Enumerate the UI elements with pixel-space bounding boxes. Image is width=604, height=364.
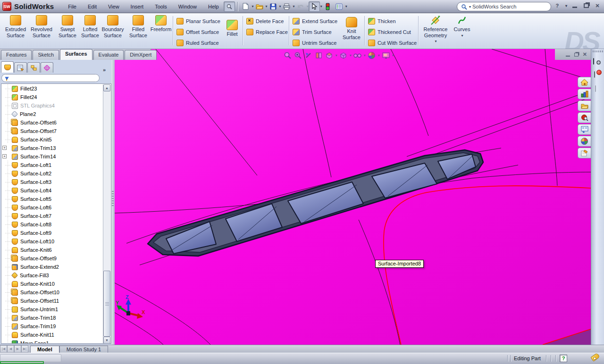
print-button[interactable] [281,1,293,12]
menu-view[interactable]: View [103,2,124,11]
delete-face-button[interactable]: Delete Face [246,17,284,25]
curves-button[interactable]: Curves▾ [451,15,473,38]
doc-minimize-button[interactable] [566,52,570,57]
thicken-button[interactable]: Thicken [368,17,396,25]
tree-item[interactable]: Surface-Knit6 [1,246,103,254]
tree-item[interactable]: Surface-Fill3 [1,271,103,280]
freeform-button[interactable]: Freeform [148,15,174,33]
help-button[interactable]: ? [554,2,561,9]
tree-item[interactable]: STL Graphics4 [1,101,103,110]
select-tool-button[interactable] [309,1,320,12]
menu-tools[interactable]: Tools [150,2,172,11]
knit-surface-button[interactable]: Knit Surface [339,17,364,40]
ruled-surface-button[interactable]: Ruled Surface [176,39,219,47]
zoom-fit-icon[interactable] [283,51,292,60]
extruded-surface-button[interactable]: Extruded Surface [3,15,28,38]
menu-help[interactable]: Help [203,2,224,11]
appearance-dropdown[interactable]: ▾ [378,53,380,58]
hide-show-dropdown[interactable]: ▾ [364,53,366,58]
screen-capture-icon[interactable] [593,58,594,65]
hide-show-items-icon[interactable] [353,51,362,60]
tree-item[interactable]: Surface-Offset11 [1,297,103,305]
scroll-thumb[interactable] [103,271,110,337]
curves-dropdown[interactable]: ▾ [461,33,463,38]
display-style-dropdown[interactable]: ▾ [350,53,352,58]
tree-item[interactable]: Surface-Loft1 [1,161,103,169]
revolved-surface-button[interactable]: Revolved Surface [29,15,54,38]
open-dropdown[interactable]: ▾ [266,4,268,8]
last-tab-button[interactable]: ▶| [21,345,28,353]
edit-appearance-icon[interactable] [367,51,376,60]
first-tab-button[interactable]: |◀ [0,345,7,353]
panel-splitter[interactable] [111,60,115,345]
file-explorer-tab[interactable] [578,100,591,111]
graphics-viewport[interactable]: Z Y X [115,49,591,345]
tree-item[interactable]: Surface-Trim19 [1,322,103,331]
tree-item[interactable]: Surface-Knit5 [1,135,103,144]
appearances-scenes-tab[interactable] [578,136,591,147]
thickened-cut-button[interactable]: Thickened Cut [368,28,411,36]
tree-item[interactable]: Surface-Offset6 [1,118,103,127]
menu-search-icon[interactable] [224,1,235,12]
tree-item[interactable]: Move Face1 [1,339,103,344]
reference-geometry-button[interactable]: * Reference Geometry▾ [421,15,450,43]
options-button[interactable] [334,1,345,12]
scene-dropdown[interactable]: ▾ [392,53,394,58]
dimxpert-manager-tab[interactable] [41,62,53,73]
offset-surface-button[interactable]: Offset Surface [176,28,219,36]
view-orientation-dropdown[interactable]: ▾ [336,53,337,58]
tree-item[interactable]: Surface-Loft5 [1,195,103,203]
cut-with-surface-button[interactable]: Cut With Surface [368,39,417,47]
undo-button[interactable] [295,1,306,12]
fillet-button[interactable]: Fillet [222,20,243,37]
tree-item[interactable]: Surface-Loft8 [1,220,103,229]
expand-toggle[interactable]: + [2,146,7,150]
untrim-surface-button[interactable]: Untrim Surface [293,39,336,47]
tree-item[interactable]: +Surface-Trim13 [1,144,103,152]
tree-item[interactable]: Surface-Extend2 [1,263,103,271]
menu-file[interactable]: File [63,2,81,11]
panel-expand-chevron[interactable]: » [103,67,105,73]
scroll-up-button[interactable]: ▲ [103,84,110,91]
tree-item[interactable]: +Surface-Trim14 [1,152,103,161]
tab-dimxpert[interactable]: DimXpert [125,50,157,60]
boundary-surface-button[interactable]: Boundary Surface [100,15,126,38]
feature-manager-tab[interactable] [1,61,14,73]
tree-item[interactable]: Surface-Knit10 [1,280,103,288]
save-button[interactable] [268,1,279,12]
reference-geometry-dropdown[interactable]: ▾ [435,39,436,43]
design-library-tab[interactable] [578,89,591,99]
tree-filter-input[interactable] [1,74,100,82]
replace-face-button[interactable]: Replace Face [246,28,288,36]
tree-item[interactable]: Surface-Loft9 [1,229,103,237]
options-dropdown[interactable]: ▾ [345,4,347,8]
menu-edit[interactable]: Edit [83,2,101,11]
lofted-surface-button[interactable]: Lofted Surface [77,15,103,38]
property-manager-tab[interactable] [14,62,27,73]
tree-item[interactable]: Surface-Loft6 [1,203,103,212]
tree-item[interactable]: Surface-Loft2 [1,169,103,178]
scroll-down-button[interactable]: ▼ [103,337,110,344]
section-view-icon[interactable] [314,51,323,60]
tree-item[interactable]: Surface-Untrim1 [1,305,103,314]
expand-toggle[interactable]: + [2,154,7,158]
prev-tab-button[interactable]: ◀ [7,345,14,353]
tree-item[interactable]: Surface-Loft4 [1,186,103,195]
tree-item[interactable]: Surface-Loft7 [1,212,103,220]
view-palette-tab[interactable] [578,124,591,135]
tree-item[interactable]: Surface-Offset7 [1,127,103,135]
tag-icon[interactable] [590,353,600,362]
tree-item[interactable]: Fillet23 [1,84,103,93]
tree-item[interactable]: Surface-Offset9 [1,254,103,263]
solidworks-search-box[interactable]: ▾ SolidWorks Search [457,2,551,11]
tree-item[interactable]: Surface-Offset10 [1,288,103,297]
display-style-icon[interactable] [339,51,348,60]
search-scope-dropdown[interactable]: ▾ [469,5,471,9]
menu-window[interactable]: Window [174,2,201,11]
interference-lights-icon[interactable] [322,1,334,12]
planar-surface-button[interactable]: Planar Surface [176,17,220,25]
filled-surface-button[interactable]: Filled Surface [126,15,151,38]
tab-sketch[interactable]: Sketch [33,50,59,60]
zoom-area-icon[interactable] [294,51,302,60]
quick-tips-button[interactable]: ? [560,355,567,362]
